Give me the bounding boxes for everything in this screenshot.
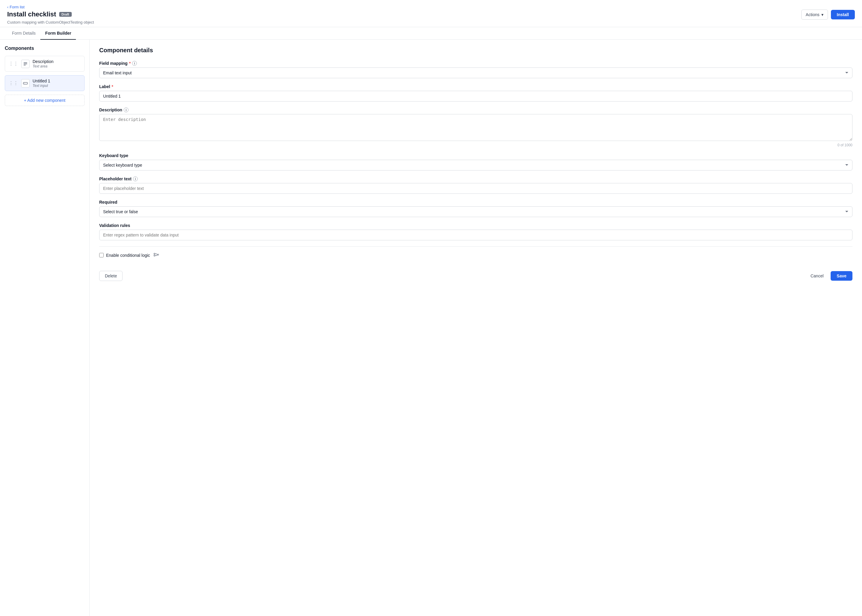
top-left: ‹ Form list Install checklist Draft Cust…	[7, 5, 94, 25]
svg-rect-2	[24, 65, 26, 65]
description-info-icon[interactable]: i	[124, 107, 128, 112]
sidebar-title: Components	[5, 46, 85, 51]
conditional-logic-checkbox[interactable]	[99, 253, 104, 258]
save-button[interactable]: Save	[830, 271, 853, 281]
page-title: Install checklist	[7, 11, 56, 18]
svg-rect-1	[24, 64, 27, 64]
page-title-row: Install checklist Draft	[7, 11, 94, 18]
svg-point-7	[158, 254, 159, 255]
breadcrumb-link[interactable]: ‹ Form list	[7, 5, 94, 9]
actions-label: Actions	[806, 12, 819, 17]
description-label: Description i	[99, 107, 853, 112]
placeholder-text-group: Placeholder text i	[99, 176, 853, 194]
drag-handle-description[interactable]: ⋮⋮	[9, 61, 18, 67]
required-select-wrapper: Select true or false True False	[99, 206, 853, 217]
placeholder-text-info-icon[interactable]: i	[133, 176, 138, 181]
breadcrumb-label: Form list	[9, 5, 25, 9]
cancel-button[interactable]: Cancel	[807, 271, 828, 281]
label-required-star: *	[112, 84, 113, 89]
text-input-icon	[21, 79, 30, 88]
conditional-logic-label[interactable]: Enable conditional logic	[106, 253, 150, 258]
component-name-untitled: Untitled 1	[33, 79, 50, 83]
keyboard-type-label: Keyboard type	[99, 153, 853, 158]
label-field-label: Label *	[99, 84, 853, 89]
description-char-count: 0 of 1000	[99, 143, 853, 147]
component-type-untitled: Text input	[33, 83, 50, 88]
conditional-logic-row: Enable conditional logic	[99, 253, 853, 258]
tab-form-builder[interactable]: Form Builder	[40, 27, 76, 40]
keyboard-type-select[interactable]: Select keyboard typeDefaultEmailNumericP…	[99, 160, 853, 170]
keyboard-type-group: Keyboard type Select keyboard typeDefaul…	[99, 153, 853, 170]
component-type-description: Text area	[33, 64, 54, 68]
component-info-description: Description Text area	[33, 59, 54, 68]
bottom-actions: Delete Cancel Save	[99, 266, 853, 281]
page-subtitle: Custom mapping with CustomObjectTesting …	[7, 20, 94, 25]
label-input[interactable]	[99, 91, 853, 102]
field-mapping-select-wrapper: Email text inputText inputText areaNumbe…	[99, 68, 853, 78]
description-textarea[interactable]	[99, 114, 853, 141]
validation-rules-group: Validation rules	[99, 223, 853, 240]
bottom-right-actions: Cancel Save	[807, 271, 853, 281]
tabs-bar: Form Details Form Builder	[0, 27, 862, 40]
component-item-untitled[interactable]: ⋮⋮ Untitled 1 Text input	[5, 75, 85, 91]
chevron-down-icon: ▾	[821, 12, 823, 17]
field-mapping-group: Field mapping * i Email text inputText i…	[99, 61, 853, 78]
field-mapping-info-icon[interactable]: i	[132, 61, 137, 66]
svg-rect-3	[23, 82, 27, 84]
description-group: Description i 0 of 1000	[99, 107, 853, 147]
component-item-description[interactable]: ⋮⋮ Description Text area	[5, 56, 85, 72]
main-content: Components ⋮⋮ Description Text area ⋮⋮	[0, 40, 862, 616]
keyboard-type-select-wrapper: Select keyboard typeDefaultEmailNumericP…	[99, 160, 853, 170]
placeholder-text-input[interactable]	[99, 183, 853, 194]
top-actions: Actions ▾ Install	[801, 9, 855, 20]
install-button[interactable]: Install	[831, 10, 855, 19]
svg-rect-0	[24, 63, 27, 63]
required-select[interactable]: Select true or false True False	[99, 206, 853, 217]
top-bar: ‹ Form list Install checklist Draft Cust…	[0, 0, 862, 27]
placeholder-text-label: Placeholder text i	[99, 176, 853, 181]
actions-button[interactable]: Actions ▾	[801, 9, 828, 20]
component-info-untitled: Untitled 1 Text input	[33, 79, 50, 88]
svg-point-5	[154, 253, 155, 255]
validation-rules-label: Validation rules	[99, 223, 853, 228]
draft-badge: Draft	[59, 12, 72, 17]
add-component-label: + Add new component	[24, 98, 65, 103]
divider	[99, 246, 853, 247]
chevron-left-icon: ‹	[7, 5, 8, 9]
detail-panel: Component details Field mapping * i Emai…	[90, 40, 862, 616]
sidebar: Components ⋮⋮ Description Text area ⋮⋮	[0, 40, 90, 616]
tab-form-details[interactable]: Form Details	[7, 27, 40, 40]
required-group: Required Select true or false True False	[99, 200, 853, 217]
validation-rules-input[interactable]	[99, 229, 853, 240]
required-label: Required	[99, 200, 853, 204]
field-mapping-label: Field mapping * i	[99, 61, 853, 66]
field-mapping-required-star: *	[129, 61, 131, 66]
conditional-logic-icon	[154, 253, 159, 258]
label-group: Label *	[99, 84, 853, 102]
svg-point-6	[154, 255, 155, 256]
text-area-icon	[21, 60, 30, 68]
delete-button[interactable]: Delete	[99, 271, 123, 281]
field-mapping-select[interactable]: Email text inputText inputText areaNumbe…	[99, 68, 853, 78]
drag-handle-untitled[interactable]: ⋮⋮	[9, 80, 18, 86]
add-component-button[interactable]: + Add new component	[5, 95, 85, 106]
detail-title: Component details	[99, 47, 853, 54]
component-name-description: Description	[33, 59, 54, 64]
